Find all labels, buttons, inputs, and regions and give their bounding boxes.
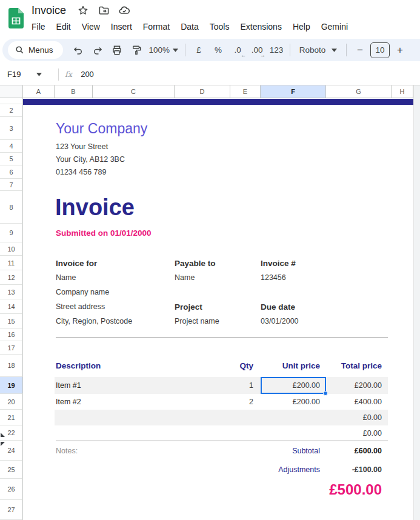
move-folder-icon[interactable] [98, 4, 110, 16]
invoice-for-company-cell[interactable]: Company name [56, 285, 109, 299]
subtotal-value-cell[interactable]: £600.00 [355, 441, 382, 461]
table-header-description[interactable]: Description [56, 355, 101, 377]
column-header-C[interactable]: C [93, 85, 175, 98]
row-header-partial[interactable] [0, 98, 23, 104]
company-name-cell[interactable]: Your Company [56, 117, 147, 140]
invoice-for-city-cell[interactable]: City, Region, Postcode [56, 314, 132, 328]
invoice-for-name-cell[interactable]: Name [56, 270, 76, 285]
adjustments-value-cell[interactable]: -£100.00 [352, 461, 382, 479]
decrease-font-size-button[interactable]: − [351, 41, 369, 59]
table-header-total-price[interactable]: Total price [341, 355, 382, 377]
row-header-14[interactable]: 14 [0, 299, 23, 314]
menu-extensions[interactable]: Extensions [235, 21, 287, 33]
vertical-scrollbar[interactable] [413, 85, 420, 520]
item1-qty-cell[interactable]: 1 [249, 377, 253, 394]
document-title[interactable]: Invoice [32, 4, 66, 17]
menu-file[interactable]: File [32, 21, 51, 33]
table-header-unit-price[interactable]: Unit price [282, 355, 320, 377]
invoice-for-street-cell[interactable]: Street address [56, 299, 105, 314]
row-header-18[interactable]: 18 [0, 355, 23, 377]
invoice-number-label-cell[interactable]: Invoice # [261, 256, 296, 270]
row-header-2[interactable]: 2 [0, 104, 23, 117]
invoice-heading-cell[interactable]: Invoice [55, 191, 135, 224]
company-phone-cell[interactable]: 01234 456 789 [56, 165, 106, 179]
menu-insert[interactable]: Insert [105, 21, 138, 33]
column-header-F[interactable]: F [261, 85, 326, 98]
payable-to-label-cell[interactable]: Payable to [175, 256, 216, 270]
item2-total-price-cell[interactable]: £400.00 [355, 394, 382, 410]
subtotal-label-cell[interactable]: Subtotal [292, 441, 320, 461]
decrease-decimal-button[interactable]: .0← [228, 41, 247, 59]
menus-search-button[interactable]: Menus [8, 41, 63, 59]
column-header-A[interactable]: A [23, 85, 55, 98]
row-header-26[interactable]: 26 [0, 479, 23, 500]
undo-button[interactable] [69, 41, 87, 59]
row-header-17[interactable]: 17 [0, 341, 23, 355]
due-date-label-cell[interactable]: Due date [261, 299, 295, 314]
row-header-27[interactable]: 27 [0, 500, 23, 520]
menu-view[interactable]: View [76, 21, 105, 33]
hidden-rows-up-arrow-icon[interactable] [1, 433, 5, 437]
project-label-cell[interactable]: Project [175, 299, 202, 314]
column-header-H[interactable]: H [392, 85, 413, 98]
row-header-20[interactable]: 20 [0, 394, 23, 410]
formula-input[interactable]: 200 [81, 70, 94, 79]
column-header-G[interactable]: G [326, 85, 392, 98]
font-size-input[interactable]: 10 [370, 42, 390, 58]
row-header-9[interactable]: 9 [0, 224, 23, 242]
menu-format[interactable]: Format [138, 21, 175, 33]
row-header-19[interactable]: 19 [0, 377, 23, 394]
item3-total-price-cell[interactable]: £0.00 [363, 410, 382, 425]
increase-font-size-button[interactable]: + [391, 41, 409, 59]
row-header-8[interactable]: 8 [0, 191, 23, 224]
item2-unit-price-cell[interactable]: £200.00 [293, 394, 320, 410]
row-header-25[interactable]: 25 [0, 461, 23, 479]
selected-cell-outline[interactable] [261, 377, 326, 394]
company-address1-cell[interactable]: 123 Your Street [56, 140, 108, 153]
row-header-16[interactable]: 16 [0, 328, 23, 341]
hidden-rows-down-arrow-icon[interactable] [1, 442, 5, 446]
row-header-21[interactable]: 21 [0, 410, 23, 425]
fill-handle[interactable] [323, 391, 328, 396]
payable-to-name-cell[interactable]: Name [175, 270, 195, 285]
item1-total-price-cell[interactable]: £200.00 [355, 377, 382, 394]
name-box[interactable]: F19 [0, 70, 58, 79]
zoom-control[interactable]: 100% [147, 41, 181, 59]
invoice-for-label-cell[interactable]: Invoice for [56, 256, 97, 270]
item1-description-cell[interactable]: Item #1 [56, 377, 81, 394]
row-header-4[interactable]: 4 [0, 140, 23, 153]
invoice-number-value-cell[interactable]: 123456 [261, 270, 286, 285]
format-currency-button[interactable]: £ [190, 41, 208, 59]
row-header-13[interactable]: 13 [0, 285, 23, 299]
menu-edit[interactable]: Edit [51, 21, 76, 33]
menu-tools[interactable]: Tools [204, 21, 235, 33]
item2-description-cell[interactable]: Item #2 [56, 394, 81, 410]
row-header-10[interactable]: 10 [0, 242, 23, 256]
more-formats-button[interactable]: 123 [267, 41, 285, 59]
sheets-logo[interactable] [0, 0, 32, 36]
format-percent-button[interactable]: % [209, 41, 227, 59]
company-address2-cell[interactable]: Your City, AB12 3BC [56, 153, 125, 165]
submitted-date-cell[interactable]: Submitted on 01/01/2000 [56, 224, 152, 242]
project-value-cell[interactable]: Project name [175, 314, 219, 328]
column-header-E[interactable]: E [230, 85, 261, 98]
notes-label-cell[interactable]: Notes: [56, 441, 78, 461]
row-header-3[interactable]: 3 [0, 117, 23, 140]
grand-total-cell[interactable]: £500.00 [329, 479, 382, 500]
font-family-control[interactable]: Roboto [295, 41, 342, 59]
paint-format-button[interactable] [127, 41, 145, 59]
redo-button[interactable] [88, 41, 107, 59]
select-all-corner[interactable] [0, 85, 23, 98]
column-header-D[interactable]: D [175, 85, 230, 98]
row-header-15[interactable]: 15 [0, 314, 23, 328]
increase-decimal-button[interactable]: .00→ [248, 41, 266, 59]
row-header-5[interactable]: 5 [0, 153, 23, 165]
print-button[interactable] [108, 41, 126, 59]
cloud-saved-icon[interactable] [118, 4, 130, 16]
column-header-B[interactable]: B [55, 85, 93, 98]
row-header-7[interactable]: 7 [0, 179, 23, 191]
item4-total-price-cell[interactable]: £0.00 [363, 425, 382, 441]
adjustments-label-cell[interactable]: Adjustments [278, 461, 320, 479]
menu-help[interactable]: Help [287, 21, 316, 33]
menu-gemini[interactable]: Gemini [316, 21, 353, 33]
